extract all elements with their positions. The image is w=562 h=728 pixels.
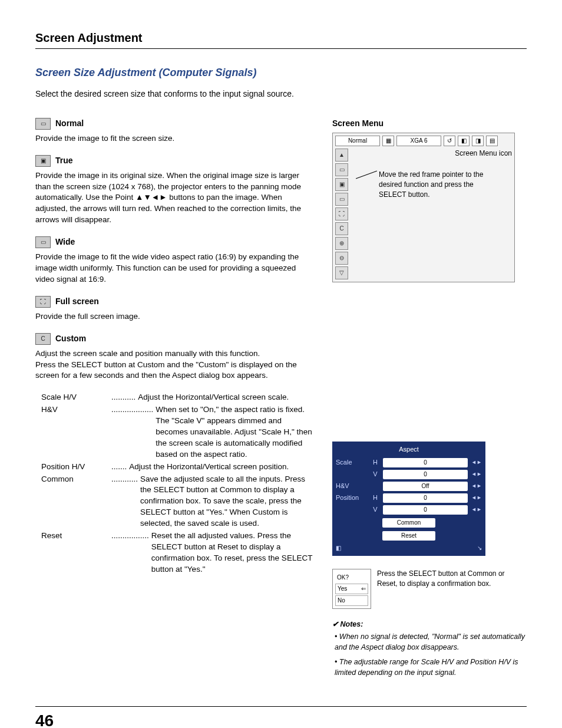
def-term: H&V bbox=[41, 404, 109, 460]
definition-row: Scale H/V...........Adjust the Horizonta… bbox=[41, 392, 315, 403]
mode-label: Wide bbox=[55, 236, 75, 248]
confirm-ok: OK? bbox=[335, 573, 368, 582]
menu-icon: ⛶ bbox=[335, 207, 348, 220]
def-dots: ................. bbox=[111, 531, 149, 575]
note-item: The adjustable range for Scale H/V and P… bbox=[335, 657, 527, 678]
def-term: Scale H/V bbox=[41, 392, 109, 403]
intro-text: Select the desired screen size that conf… bbox=[35, 88, 527, 100]
aspect-dialog: Aspect Scale H 0 ◄► V 0 ◄► H&V Off ◄► Po… bbox=[332, 442, 485, 555]
mode-desc: Provide the image to fit the screen size… bbox=[35, 133, 315, 144]
screen-menu-heading: Screen Menu bbox=[332, 118, 527, 130]
confirm-no: No bbox=[335, 595, 368, 606]
confirm-yes: Yes⇐ bbox=[335, 584, 368, 594]
def-dots: ........... bbox=[111, 392, 135, 403]
mode-desc: Provide the full screen image. bbox=[35, 311, 315, 322]
menu-icon: C bbox=[335, 222, 348, 235]
up-arrow-icon: ▲ bbox=[335, 149, 348, 162]
custom-icon: C bbox=[35, 333, 51, 345]
true-icon: ▣ bbox=[35, 155, 51, 167]
menu-icon: ▭ bbox=[335, 163, 348, 176]
mode-desc: Provide the image to fit the wide video … bbox=[35, 252, 315, 285]
def-desc: Adjust the Horizontal/Vertical screen po… bbox=[129, 462, 315, 473]
mode-label: Custom bbox=[55, 333, 86, 345]
wide-icon: ▭ bbox=[35, 236, 51, 248]
mode-normal: ▭ Normal Provide the image to fit the sc… bbox=[35, 118, 315, 144]
quit-icon: ◧ bbox=[336, 544, 341, 552]
custom-definitions: Scale H/V...........Adjust the Horizonta… bbox=[35, 392, 315, 575]
def-term: Common bbox=[41, 474, 109, 529]
resize-icon: ↘ bbox=[477, 544, 482, 552]
pos-v-value: 0 bbox=[383, 505, 468, 515]
def-desc: Save the adjusted scale to all the input… bbox=[140, 474, 315, 529]
def-desc: Adjust the Horizontal/Vertical screen sc… bbox=[138, 392, 315, 403]
pos-h-value: 0 bbox=[383, 493, 468, 503]
menu-signal-label: XGA 6 bbox=[396, 136, 441, 146]
definition-row: Position H/V.......Adjust the Horizontal… bbox=[41, 462, 315, 473]
menu-top-icon: ▤ bbox=[486, 136, 498, 146]
screen-menu-mock: Normal ▦ XGA 6 ↺ ◧ ◨ ▤ ▲ ▭ ▣ ▭ ⛶ C ⊕ ⊖ bbox=[332, 133, 515, 282]
confirm-dialog: OK? Yes⇐ No bbox=[332, 569, 371, 609]
menu-top-icon: ◧ bbox=[458, 136, 470, 146]
hv-label: H&V bbox=[336, 482, 368, 490]
def-dots: ............ bbox=[111, 474, 138, 529]
notes-block: Notes: When no signal is detected, "Norm… bbox=[332, 620, 527, 678]
mode-wide: ▭ Wide Provide the image to fit the wide… bbox=[35, 236, 315, 285]
hv-value: Off bbox=[383, 482, 468, 491]
mode-true: ▣ True Provide the image in its original… bbox=[35, 155, 315, 226]
scale-h-value: 0 bbox=[383, 458, 468, 467]
subsection-title: Screen Size Adjustment (Computer Signals… bbox=[35, 65, 527, 80]
reset-button: Reset bbox=[382, 531, 435, 541]
menu-icon: ▭ bbox=[335, 193, 348, 206]
mode-label: Normal bbox=[55, 118, 84, 130]
def-term: Position H/V bbox=[41, 462, 109, 473]
menu-icon-column: ▲ ▭ ▣ ▭ ⛶ C ⊕ ⊖ ▽ bbox=[335, 149, 348, 279]
adjust-arrows-icon: ◄► bbox=[471, 494, 482, 502]
down-arrow-icon: ▽ bbox=[335, 266, 348, 279]
page-number: 46 bbox=[35, 711, 54, 728]
common-button: Common bbox=[382, 518, 435, 528]
def-dots: ....... bbox=[111, 462, 127, 473]
mode-desc: Provide the image in its original size. … bbox=[35, 170, 315, 226]
adjust-arrows-icon: ◄► bbox=[471, 506, 482, 513]
point-arrows-icon: ▲▼◄► bbox=[135, 193, 167, 202]
scale-v-value: 0 bbox=[383, 470, 468, 479]
mode-label: True bbox=[55, 155, 73, 167]
h-label: H bbox=[371, 493, 379, 502]
mode-fullscreen: ⛶ Full screen Provide the full screen im… bbox=[35, 296, 315, 322]
menu-mode-label: Normal bbox=[335, 136, 380, 146]
definition-row: H&V...................When set to "On," … bbox=[41, 404, 315, 460]
scale-label: Scale bbox=[336, 458, 368, 467]
section-title: Screen Adjustment bbox=[35, 29, 527, 49]
menu-icon: ⊕ bbox=[335, 237, 348, 250]
h-label: H bbox=[371, 458, 379, 467]
position-label: Position bbox=[336, 493, 368, 502]
def-desc: Reset the all adjusted values. Press the… bbox=[151, 531, 315, 575]
normal-icon: ▭ bbox=[35, 118, 51, 130]
notes-title: Notes: bbox=[332, 620, 363, 628]
menu-top-icon: ◨ bbox=[472, 136, 484, 146]
mode-custom: C Custom Adjust the screen scale and pos… bbox=[35, 333, 315, 382]
mode-label: Full screen bbox=[55, 296, 99, 308]
pointer-icon: ⇐ bbox=[361, 585, 366, 593]
def-dots: ................... bbox=[111, 404, 153, 460]
definition-row: Reset.................Reset the all adju… bbox=[41, 531, 315, 575]
custom-desc1: Adjust the screen scale and position man… bbox=[35, 348, 315, 360]
callout-menu-icon: Screen Menu icon bbox=[455, 149, 512, 159]
fullscreen-icon: ⛶ bbox=[35, 296, 51, 308]
menu-icon: ⊖ bbox=[335, 252, 348, 265]
def-term: Reset bbox=[41, 531, 109, 575]
menu-top-icon: ▦ bbox=[382, 136, 394, 146]
v-label: V bbox=[371, 505, 379, 514]
adjust-arrows-icon: ◄► bbox=[471, 482, 482, 490]
menu-top-icon: ↺ bbox=[444, 136, 455, 146]
custom-desc2: Press the SELECT button at Custom and th… bbox=[35, 360, 315, 382]
note-item: When no signal is detected, "Normal" is … bbox=[335, 632, 527, 653]
definition-row: Common............Save the adjusted scal… bbox=[41, 474, 315, 529]
callout-instruction: Move the red frame pointer to the desire… bbox=[379, 170, 485, 199]
aspect-title: Aspect bbox=[336, 445, 482, 454]
adjust-arrows-icon: ◄► bbox=[471, 470, 482, 478]
v-label: V bbox=[371, 470, 379, 479]
def-desc: When set to "On," the aspect ratio is fi… bbox=[156, 404, 315, 460]
adjust-arrows-icon: ◄► bbox=[471, 459, 482, 466]
confirm-text: Press the SELECT button at Common or Res… bbox=[377, 569, 527, 589]
